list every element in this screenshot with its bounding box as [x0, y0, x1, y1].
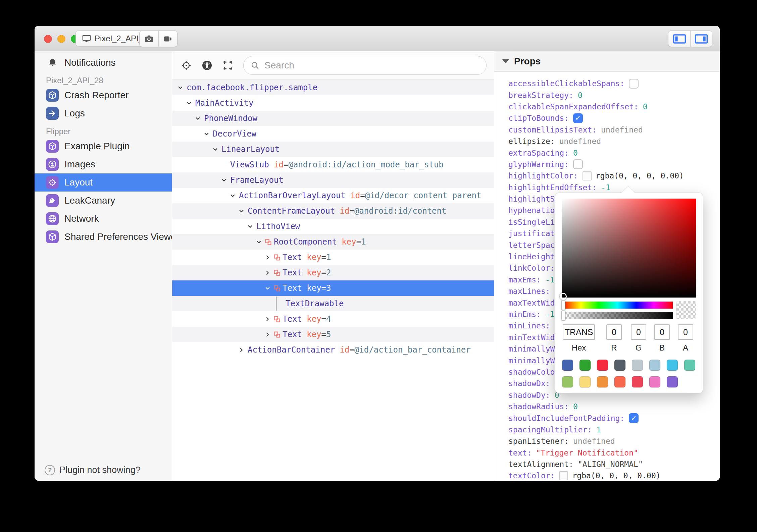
alpha-input[interactable] — [678, 324, 693, 340]
tree-row[interactable]: com.facebook.flipper.sample — [172, 80, 494, 95]
prop-checkbox[interactable] — [629, 79, 639, 89]
chevron-down-icon[interactable] — [212, 147, 221, 152]
screen-record-button[interactable] — [158, 31, 177, 47]
blue-input[interactable] — [654, 324, 670, 340]
chevron-right-icon[interactable] — [265, 255, 274, 260]
tree-row[interactable]: ActionBarOverlayLayout id=@id/decor_cont… — [172, 188, 494, 203]
tree-row[interactable]: Text key=2 — [172, 265, 494, 280]
color-value-swatch[interactable] — [583, 171, 592, 180]
props-header[interactable]: Props — [494, 51, 720, 72]
chevron-down-icon[interactable] — [265, 285, 274, 291]
saturation-area[interactable] — [562, 199, 696, 298]
hue-slider[interactable] — [562, 302, 673, 309]
chevron-down-icon[interactable] — [186, 100, 195, 106]
target-mode-icon[interactable] — [181, 60, 192, 71]
search-box[interactable] — [243, 56, 487, 75]
toggle-left-sidebar-button[interactable] — [668, 31, 690, 47]
tree-row[interactable]: DecorView — [172, 126, 494, 142]
tree-row[interactable]: Text key=3 — [172, 280, 494, 296]
chevron-down-icon[interactable] — [221, 177, 230, 183]
color-swatch[interactable] — [614, 376, 625, 387]
color-swatch[interactable] — [562, 376, 573, 387]
chevron-down-icon[interactable] — [247, 224, 256, 229]
prop-row[interactable]: clickableSpanExpandedOffset:0 — [494, 101, 720, 112]
alpha-handle[interactable] — [561, 311, 565, 320]
prop-row[interactable]: spanListener:undefined — [494, 435, 720, 447]
titlebar[interactable]: Pixel_2_API_28 — [35, 26, 720, 51]
prop-checkbox[interactable]: ✓ — [629, 413, 639, 423]
tree-row[interactable]: Text key=4 — [172, 311, 494, 327]
color-swatch[interactable] — [684, 360, 695, 371]
chevron-down-icon[interactable] — [178, 85, 187, 91]
prop-row[interactable]: clipToBounds:✓ — [494, 112, 720, 124]
saturation-handle[interactable] — [560, 293, 567, 300]
tree-row[interactable]: TextDrawable — [172, 296, 494, 311]
chevron-down-icon[interactable] — [204, 131, 213, 137]
chevron-down-icon[interactable] — [195, 116, 204, 121]
tree-row[interactable]: LithoView — [172, 219, 494, 234]
chevron-down-icon[interactable] — [230, 193, 239, 199]
tree-row[interactable]: Text key=5 — [172, 327, 494, 342]
sidebar-item-crash-reporter[interactable]: Crash Reporter — [35, 86, 172, 104]
sidebar-item-shared-preferences-viewe[interactable]: Shared Preferences Viewe — [35, 228, 172, 246]
accessibility-icon[interactable] — [202, 60, 212, 71]
hex-input[interactable] — [563, 324, 595, 340]
toggle-right-sidebar-button[interactable] — [690, 31, 712, 47]
tree-row[interactable]: PhoneWindow — [172, 111, 494, 126]
tree-row[interactable]: FrameLayout — [172, 172, 494, 188]
sidebar-item-example-plugin[interactable]: Example Plugin — [35, 137, 172, 155]
prop-row[interactable]: customEllipsisText:undefined — [494, 124, 720, 136]
tree-row[interactable]: Text key=1 — [172, 250, 494, 265]
sidebar-item-logs[interactable]: Logs — [35, 104, 172, 122]
prop-row[interactable]: textColor:rgba(0, 0, 0, 0.00) — [494, 470, 720, 481]
color-swatch[interactable] — [667, 360, 678, 371]
color-swatch[interactable] — [597, 376, 608, 387]
color-swatch[interactable] — [579, 376, 591, 387]
screenshot-button[interactable] — [140, 31, 158, 47]
chevron-down-icon[interactable] — [239, 208, 248, 214]
tree-row[interactable]: MainActivity — [172, 95, 494, 111]
alpha-slider[interactable] — [562, 312, 673, 319]
close-button[interactable] — [44, 35, 52, 43]
color-swatch[interactable] — [649, 376, 660, 387]
prop-row[interactable]: accessibleClickableSpans: — [494, 78, 720, 89]
prop-row[interactable]: extraSpacing:0 — [494, 147, 720, 158]
color-swatch[interactable] — [667, 376, 678, 387]
prop-row[interactable]: spacingMultiplier:1 — [494, 424, 720, 435]
chevron-right-icon[interactable] — [265, 332, 274, 337]
tree-row[interactable]: ContentFrameLayout id=@android:id/conten… — [172, 203, 494, 219]
prop-row[interactable]: highlightEndOffset:-1 — [494, 182, 720, 193]
plugin-not-showing-link[interactable]: ? Plugin not showing? — [45, 465, 141, 475]
prop-row[interactable]: shouldIncludeFontPadding:✓ — [494, 412, 720, 424]
color-swatch[interactable] — [632, 360, 643, 371]
prop-row[interactable]: breakStrategy:0 — [494, 89, 720, 101]
color-swatch[interactable] — [562, 360, 573, 371]
sidebar-item-network[interactable]: Network — [35, 210, 172, 228]
sidebar-item-leakcanary[interactable]: LeakCanary — [35, 192, 172, 210]
sidebar-item-notifications[interactable]: Notifications — [35, 54, 172, 71]
color-swatch[interactable] — [649, 360, 660, 371]
prop-checkbox[interactable] — [573, 159, 583, 169]
prop-row[interactable]: textAlignment:"ALIGN_NORMAL" — [494, 459, 720, 470]
tree-row[interactable]: LinearLayout — [172, 142, 494, 157]
prop-row[interactable]: glyphWarming: — [494, 159, 720, 170]
red-input[interactable] — [606, 324, 622, 340]
expand-selection-icon[interactable] — [222, 60, 233, 71]
color-swatch[interactable] — [632, 376, 643, 387]
color-swatch[interactable] — [614, 360, 625, 371]
prop-row[interactable]: text:"Trigger Notification" — [494, 447, 720, 459]
chevron-down-icon[interactable] — [256, 239, 265, 245]
green-input[interactable] — [631, 324, 646, 340]
tree-row[interactable]: RootComponent key=1 — [172, 234, 494, 250]
hue-handle[interactable] — [561, 300, 565, 310]
prop-row[interactable]: shadowRadius:0 — [494, 401, 720, 412]
tree-row[interactable]: ActionBarContainer id=@id/action_bar_con… — [172, 342, 494, 358]
minimize-button[interactable] — [57, 35, 65, 43]
chevron-right-icon[interactable] — [265, 270, 274, 276]
prop-row[interactable]: highlightColor:rgba(0, 0, 0, 0.00) — [494, 170, 720, 181]
sidebar-item-layout[interactable]: Layout — [35, 173, 172, 192]
color-swatch[interactable] — [597, 360, 608, 371]
color-swatch[interactable] — [579, 360, 591, 371]
search-input[interactable] — [264, 60, 480, 71]
prop-checkbox[interactable]: ✓ — [573, 113, 583, 123]
